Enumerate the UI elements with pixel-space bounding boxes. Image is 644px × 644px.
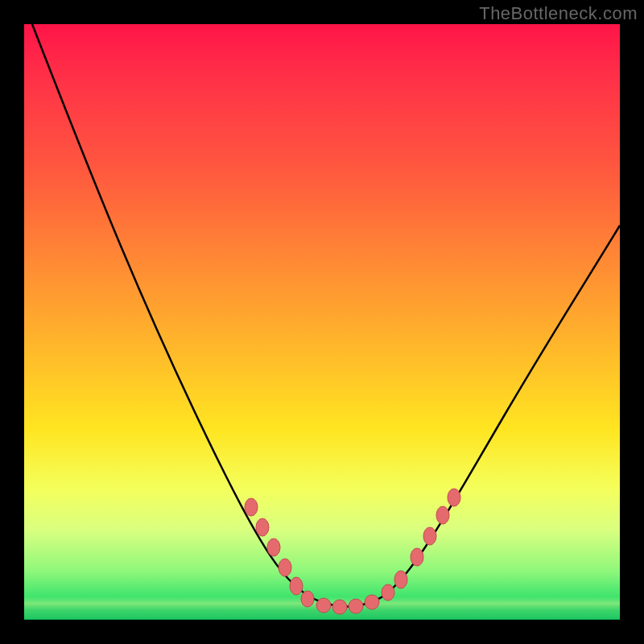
svg-point-3 [279,559,291,576]
bottleneck-curve [24,24,620,620]
svg-point-15 [448,489,460,506]
svg-point-4 [290,577,303,595]
watermark-text: TheBottleneck.com [479,3,638,24]
svg-point-8 [349,599,363,613]
svg-point-14 [436,506,449,524]
svg-point-7 [332,600,347,614]
svg-point-6 [316,598,331,613]
curve-markers [245,489,460,614]
svg-point-11 [394,571,407,588]
svg-point-12 [411,548,423,566]
svg-point-2 [267,539,280,556]
svg-point-0 [245,498,258,516]
svg-point-13 [423,527,436,545]
svg-point-5 [301,591,314,607]
svg-point-1 [256,518,269,536]
svg-point-10 [382,584,394,601]
svg-point-9 [365,595,379,609]
chart-stage: TheBottleneck.com [0,0,644,644]
curve-path [32,24,620,607]
